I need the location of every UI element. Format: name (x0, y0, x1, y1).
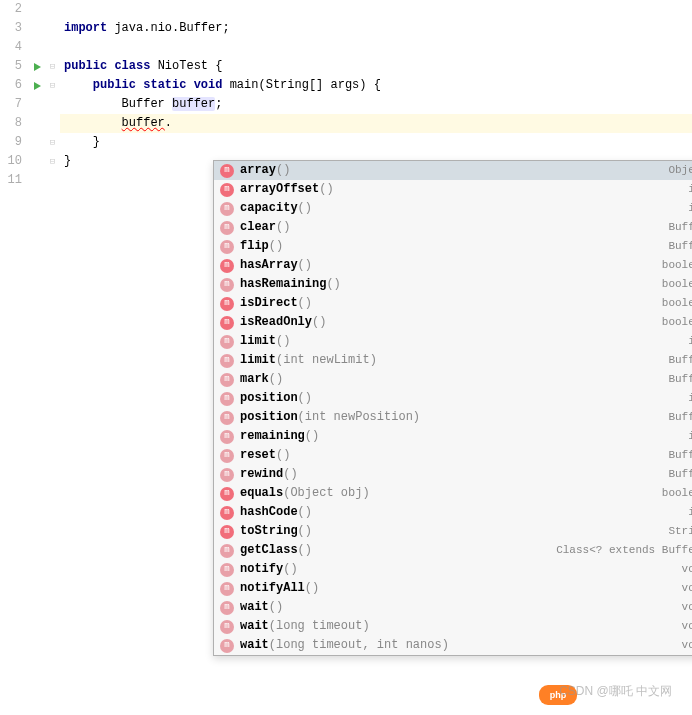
method-params: () (276, 332, 290, 351)
return-type: int (688, 427, 692, 446)
return-type: boolean (662, 294, 692, 313)
method-icon: m (220, 487, 234, 501)
return-type: Buffer (668, 408, 692, 427)
code-line: public class NioTest { (60, 57, 692, 76)
code-line: public static void main(String[] args) { (60, 76, 692, 95)
method-name: hasArray (240, 256, 298, 275)
autocomplete-item[interactable]: mequals(Object obj)boolean (214, 484, 692, 503)
autocomplete-item[interactable]: mwait()void (214, 598, 692, 617)
method-params: () (298, 256, 312, 275)
autocomplete-item[interactable]: mmark()Buffer (214, 370, 692, 389)
line-number-gutter: 2 3 4 5 6 7 8 9 10 11 (0, 0, 30, 715)
autocomplete-item[interactable]: mremaining()int (214, 427, 692, 446)
method-name: array (240, 161, 276, 180)
autocomplete-item[interactable]: marray()Object (214, 161, 692, 180)
method-name: notifyAll (240, 579, 305, 598)
fold-toggle-icon[interactable]: ⊟ (45, 76, 60, 95)
method-icon: m (220, 544, 234, 558)
method-name: mark (240, 370, 269, 389)
autocomplete-item[interactable]: mhashCode()int (214, 503, 692, 522)
autocomplete-item[interactable]: misReadOnly()boolean (214, 313, 692, 332)
code-area[interactable]: import java.nio.Buffer; public class Nio… (60, 0, 692, 715)
method-name: clear (240, 218, 276, 237)
method-params: (int newLimit) (276, 351, 377, 370)
return-type: int (688, 180, 692, 199)
return-type: int (688, 199, 692, 218)
line-number: 7 (0, 95, 22, 114)
autocomplete-item[interactable]: mlimit()int (214, 332, 692, 351)
autocomplete-item[interactable]: marrayOffset()int (214, 180, 692, 199)
method-params: () (298, 389, 312, 408)
method-icon: m (220, 183, 234, 197)
method-name: equals (240, 484, 283, 503)
method-name: wait (240, 617, 269, 636)
method-params: () (305, 579, 319, 598)
method-icon: m (220, 335, 234, 349)
method-name: position (240, 408, 298, 427)
method-name: isReadOnly (240, 313, 312, 332)
autocomplete-item[interactable]: mwait(long timeout)void (214, 617, 692, 636)
return-type: int (688, 503, 692, 522)
method-name: limit (240, 351, 276, 370)
method-params: () (298, 294, 312, 313)
autocomplete-item[interactable]: mhasArray()boolean (214, 256, 692, 275)
return-type: int (688, 389, 692, 408)
code-line: import java.nio.Buffer; (60, 19, 692, 38)
autocomplete-item[interactable]: mflip()Buffer (214, 237, 692, 256)
fold-toggle-icon[interactable]: ⊟ (45, 133, 60, 152)
method-params: () (305, 427, 319, 446)
autocomplete-item[interactable]: mnotify()void (214, 560, 692, 579)
autocomplete-item[interactable]: mgetClass()Class<? extends Buffer> (214, 541, 692, 560)
return-type: boolean (662, 313, 692, 332)
line-number: 3 (0, 19, 22, 38)
method-params: () (283, 560, 297, 579)
method-icon: m (220, 639, 234, 653)
line-number: 10 (0, 152, 22, 171)
return-type: Buffer (668, 370, 692, 389)
line-number: 9 (0, 133, 22, 152)
autocomplete-item[interactable]: mreset()Buffer (214, 446, 692, 465)
method-icon: m (220, 164, 234, 178)
fold-toggle-icon[interactable]: ⊟ (45, 152, 60, 171)
method-name: reset (240, 446, 276, 465)
method-name: flip (240, 237, 269, 256)
autocomplete-item[interactable]: mhasRemaining()boolean (214, 275, 692, 294)
method-icon: m (220, 202, 234, 216)
run-icon[interactable] (34, 63, 41, 71)
autocomplete-item[interactable]: mposition()int (214, 389, 692, 408)
return-type: boolean (662, 484, 692, 503)
autocomplete-item[interactable]: mposition(int newPosition)Buffer (214, 408, 692, 427)
fold-toggle-icon[interactable]: ⊟ (45, 57, 60, 76)
method-name: capacity (240, 199, 298, 218)
method-name: toString (240, 522, 298, 541)
return-type: int (688, 332, 692, 351)
method-name: notify (240, 560, 283, 579)
method-icon: m (220, 392, 234, 406)
method-params: () (276, 161, 290, 180)
method-icon: m (220, 449, 234, 463)
autocomplete-item[interactable]: mrewind()Buffer (214, 465, 692, 484)
autocomplete-item[interactable]: mnotifyAll()void (214, 579, 692, 598)
return-type: Buffer (668, 465, 692, 484)
run-icon[interactable] (34, 82, 41, 90)
return-type: boolean (662, 275, 692, 294)
method-icon: m (220, 221, 234, 235)
fold-gutter: ⊟ ⊟ ⊟ ⊟ (45, 0, 60, 715)
method-name: rewind (240, 465, 283, 484)
autocomplete-item[interactable]: mclear()Buffer (214, 218, 692, 237)
autocomplete-item[interactable]: mtoString()String (214, 522, 692, 541)
code-editor: 2 3 4 5 6 7 8 9 10 11 ⊟ ⊟ ⊟ ⊟ import jav… (0, 0, 692, 715)
autocomplete-popup: marray()ObjectmarrayOffset()intmcapacity… (213, 160, 692, 656)
method-params: () (319, 180, 333, 199)
autocomplete-item[interactable]: misDirect()boolean (214, 294, 692, 313)
method-icon: m (220, 468, 234, 482)
autocomplete-item[interactable]: mlimit(int newLimit)Buffer (214, 351, 692, 370)
method-params: (Object obj) (283, 484, 369, 503)
autocomplete-item[interactable]: mcapacity()int (214, 199, 692, 218)
method-name: remaining (240, 427, 305, 446)
method-icon: m (220, 354, 234, 368)
method-icon: m (220, 240, 234, 254)
method-name: wait (240, 598, 269, 617)
autocomplete-item[interactable]: mwait(long timeout, int nanos)void (214, 636, 692, 655)
return-type: void (682, 617, 692, 636)
